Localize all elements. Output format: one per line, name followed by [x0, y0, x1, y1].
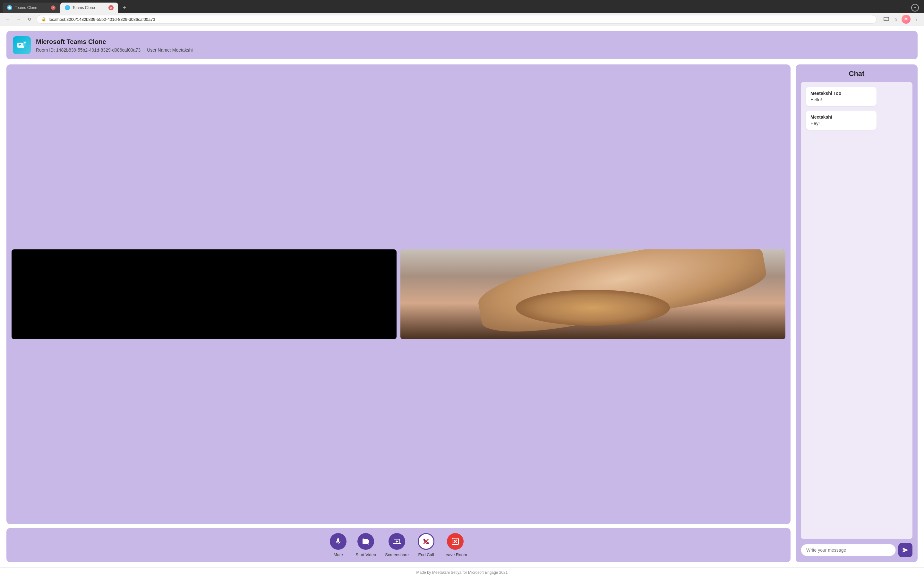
mute-circle [330, 533, 347, 550]
camera-feed [401, 250, 785, 339]
message-1: Meetakshi Too Hello! [806, 87, 877, 106]
forward-button[interactable]: → [15, 15, 23, 23]
mute-button[interactable]: Mute [330, 533, 347, 557]
header-info: Microsoft Teams Clone Room ID: 1482b839-… [36, 38, 193, 53]
url-bar[interactable]: 🔒 localhost:3000/1482b839-55b2-401d-8329… [37, 15, 877, 24]
controls-bar: Mute Start Video [6, 528, 790, 562]
end-call-circle [418, 533, 435, 550]
svg-marker-12 [396, 540, 398, 543]
chat-input-area [801, 543, 913, 557]
tab-2[interactable]: Teams Clone ✕ [60, 3, 118, 13]
svg-rect-6 [19, 44, 21, 45]
tab-title-1: Teams Clone [15, 5, 48, 10]
header-meta: Room ID: 1482b839-55b2-401d-8329-d086caf… [36, 47, 193, 53]
profile-icon[interactable]: ▼ [911, 4, 919, 11]
menu-button[interactable]: ⋮ [913, 15, 920, 23]
leave-room-button[interactable]: Leave Room [443, 533, 467, 557]
browser-chrome: Teams Clone ✕ Teams Clone ✕ + ▼ ← → ↻ 🔒 … [0, 0, 924, 26]
start-video-button[interactable]: Start Video [355, 533, 376, 557]
svg-point-2 [67, 7, 68, 8]
tab-favicon-1 [7, 5, 12, 10]
username-info: User Name: Meetakshi [147, 47, 192, 53]
leave-room-label: Leave Room [443, 552, 467, 557]
browser-actions: ☆ M ⋮ [882, 15, 920, 24]
footer-text: Made by Meetakshi Setiya for Microsoft E… [417, 570, 508, 575]
svg-point-0 [8, 6, 11, 9]
left-panel: Mute Start Video [6, 64, 790, 562]
cast-button[interactable] [882, 15, 890, 23]
start-video-label: Start Video [355, 552, 376, 557]
url-text: localhost:3000/1482b839-55b2-401d-8329-d… [49, 17, 155, 22]
svg-rect-9 [24, 42, 26, 43]
username-value: Meetakshi [172, 47, 193, 53]
message-1-sender: Meetakshi Too [811, 91, 872, 96]
user-avatar[interactable]: M [901, 15, 911, 24]
app-logo [13, 36, 31, 54]
svg-rect-7 [19, 45, 20, 46]
video-slot-remote [401, 250, 785, 339]
screenshare-label: Screenshare [385, 552, 409, 557]
leave-room-circle [447, 533, 464, 550]
message-2-sender: Meetakshi [811, 114, 872, 119]
svg-rect-10 [24, 44, 25, 44]
username-label: User Name [147, 47, 170, 53]
send-button[interactable] [898, 543, 913, 557]
screenshare-button[interactable]: Screenshare [385, 533, 409, 557]
tab-1[interactable]: Teams Clone ✕ [3, 3, 60, 13]
app-title: Microsoft Teams Clone [36, 38, 193, 45]
start-video-circle [357, 533, 374, 550]
tab-title-2: Teams Clone [73, 5, 106, 10]
header-card: Microsoft Teams Clone Room ID: 1482b839-… [6, 31, 918, 59]
screenshare-circle [389, 533, 405, 550]
message-2-text: Hey! [811, 121, 872, 126]
video-area [6, 64, 790, 524]
chat-messages: Meetakshi Too Hello! Meetakshi Hey! [801, 82, 913, 539]
bookmark-button[interactable]: ☆ [892, 15, 900, 23]
page-footer: Made by Meetakshi Setiya for Microsoft E… [0, 567, 924, 577]
video-slot-local [11, 250, 397, 339]
tab-bar: Teams Clone ✕ Teams Clone ✕ + ▼ [0, 0, 924, 13]
message-1-text: Hello! [811, 97, 872, 102]
back-button[interactable]: ← [4, 15, 11, 23]
room-id-info: Room ID: 1482b839-55b2-401d-8329-d086caf… [36, 47, 141, 53]
tab-close-1[interactable]: ✕ [51, 5, 56, 10]
mute-label: Mute [334, 552, 343, 557]
chat-panel: Chat Meetakshi Too Hello! Meetakshi Hey! [796, 64, 918, 562]
chat-title: Chat [801, 69, 913, 78]
add-tab-button[interactable]: + [120, 3, 129, 12]
message-2: Meetakshi Hey! [806, 111, 877, 130]
room-id-value: 1482b839-55b2-401d-8329-d086caf00a73 [56, 47, 141, 53]
end-call-label: End Call [418, 552, 434, 557]
main-layout: Mute Start Video [0, 59, 924, 567]
end-call-button[interactable]: End Call [418, 533, 435, 557]
tab-close-2[interactable]: ✕ [108, 5, 113, 10]
tab-favicon-2 [65, 5, 70, 10]
address-bar: ← → ↻ 🔒 localhost:3000/1482b839-55b2-401… [0, 13, 924, 26]
lock-icon: 🔒 [41, 17, 46, 21]
video-grid [11, 250, 785, 339]
chat-input[interactable] [801, 544, 896, 556]
reload-button[interactable]: ↻ [26, 15, 33, 23]
room-id-label: Room ID [36, 47, 53, 53]
page-content: Microsoft Teams Clone Room ID: 1482b839-… [0, 26, 924, 577]
